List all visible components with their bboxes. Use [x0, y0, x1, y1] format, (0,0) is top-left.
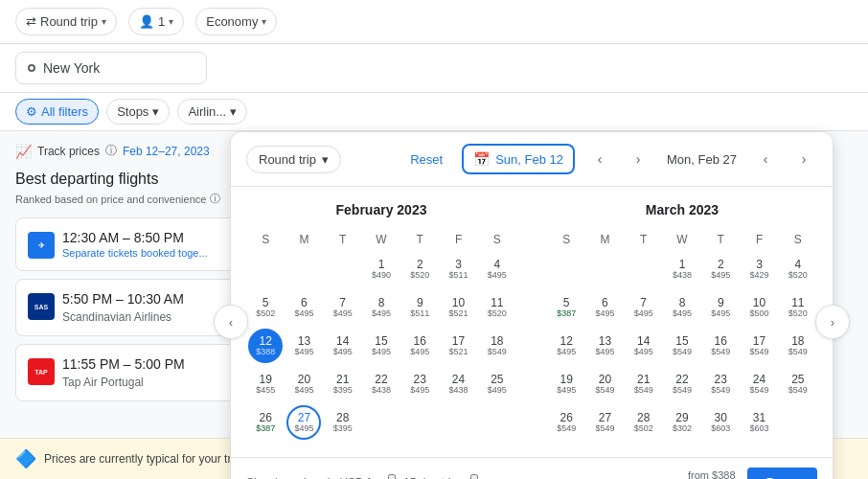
return-prev-btn[interactable]: ‹ [752, 146, 779, 172]
cal-day-feb-25[interactable]: 25$495 [480, 367, 514, 401]
cal-nav-left-btn[interactable]: ‹ [214, 305, 248, 339]
day-price: $387 [256, 424, 275, 433]
trip-type-btn[interactable]: ⇄ Round trip ▾ [15, 8, 117, 35]
trend-icon: 📈 [15, 144, 32, 159]
cal-day-mar-26[interactable]: 26$549 [549, 405, 583, 440]
cal-day-mar-9[interactable]: 9$495 [703, 290, 738, 325]
stops-btn[interactable]: Stops ▾ [106, 99, 170, 125]
cal-day-feb-9[interactable]: 9$511 [402, 290, 437, 325]
cal-day-mar-29[interactable]: 29$302 [665, 405, 699, 440]
cal-day-feb-11[interactable]: 11$520 [480, 290, 514, 325]
main-content: 📈 Track prices ⓘ Feb 12–27, 2023 Best de… [0, 131, 868, 421]
depart-next-btn[interactable]: › [625, 146, 651, 172]
day-num: 16 [715, 335, 727, 347]
cal-roundtrip-btn[interactable]: Round trip ▾ [246, 146, 341, 173]
passengers-btn[interactable]: 👤 1 ▾ [128, 8, 184, 35]
cal-day-mar-12[interactable]: 12$495 [549, 329, 583, 363]
cal-day-feb-13[interactable]: 13$495 [286, 329, 321, 363]
cal-day-mar-1[interactable]: 1$438 [665, 252, 699, 286]
prices-bar-text: Prices are currently typical for your tr… [44, 452, 243, 466]
cal-day-feb-26[interactable]: 26$387 [248, 405, 283, 440]
cal-day-mar-17[interactable]: 17$549 [742, 329, 777, 363]
cal-reset-btn[interactable]: Reset [410, 152, 443, 167]
cal-day-feb-2[interactable]: 2$520 [402, 252, 437, 286]
cal-day-feb-21[interactable]: 21$395 [326, 367, 360, 401]
cal-day-mar-6[interactable]: 6$495 [587, 290, 622, 325]
cal-day-mar-5[interactable]: 5$387 [549, 290, 583, 325]
cal-day-mar-21[interactable]: 21$549 [627, 367, 661, 401]
cal-day-feb-20[interactable]: 20$495 [286, 367, 321, 401]
cal-day-feb-4[interactable]: 4$495 [480, 252, 514, 286]
cal-day-mar-16[interactable]: 16$549 [703, 329, 738, 363]
cal-day-mar-25[interactable]: 25$549 [781, 367, 815, 401]
cal-day-mar-11[interactable]: 11$520 [781, 290, 815, 325]
calendars-container: ‹ February 2023 SMTWTFS 1$4902$5203$5114… [231, 187, 833, 457]
cal-day-feb-8[interactable]: 8$495 [364, 290, 399, 325]
day-num: 21 [336, 374, 349, 385]
day-price: $495 [372, 309, 391, 318]
day-num: 23 [414, 374, 426, 385]
trip-days-nav-next[interactable]: › [470, 474, 478, 479]
cal-day-mar-15[interactable]: 15$549 [665, 329, 699, 363]
sliders-icon: ⚙ [26, 104, 37, 119]
cal-day-feb-18[interactable]: 18$549 [480, 329, 514, 363]
cal-day-mar-3[interactable]: 3$429 [742, 252, 777, 286]
mar-grid: SMTWTFS 1$4382$4953$4294$5205$3876$4957$… [547, 229, 817, 442]
done-btn[interactable]: Done [747, 468, 817, 479]
cal-day-mar-28[interactable]: 28$502 [627, 405, 661, 440]
search-bar: New York [0, 44, 868, 93]
day-price: $495 [595, 309, 614, 318]
cal-day-feb-19[interactable]: 19$455 [248, 367, 283, 401]
cal-day-feb-23[interactable]: 23$495 [402, 367, 437, 401]
cal-day-feb-12[interactable]: 12$388 [248, 329, 283, 363]
round-trip-price: from $388 round trip price [636, 469, 735, 479]
cal-day-feb-15[interactable]: 15$495 [364, 329, 399, 363]
cal-day-mar-19[interactable]: 19$495 [549, 367, 583, 401]
day-price: $495 [294, 386, 313, 395]
cal-day-mar-31[interactable]: 31$603 [742, 405, 777, 440]
cal-day-mar-20[interactable]: 20$549 [587, 367, 622, 401]
origin-input[interactable]: New York [15, 52, 207, 84]
cal-day-mar-8[interactable]: 8$495 [665, 290, 699, 325]
depart-date-pill[interactable]: 📅 Sun, Feb 12 [462, 144, 575, 174]
trip-days-nav-prev[interactable]: ‹ [388, 474, 396, 479]
cal-day-mar-10[interactable]: 10$500 [742, 290, 777, 325]
day-num: 22 [375, 374, 387, 385]
depart-prev-btn[interactable]: ‹ [586, 146, 613, 172]
day-price: $511 [449, 271, 468, 280]
cal-day-mar-7[interactable]: 7$495 [627, 290, 661, 325]
all-filters-btn[interactable]: ⚙ All filters [15, 99, 99, 125]
cal-nav-right-btn[interactable]: › [815, 305, 850, 339]
cal-day-mar-18[interactable]: 18$549 [781, 329, 815, 363]
cal-day-mar-13[interactable]: 13$495 [587, 329, 622, 363]
cal-day-feb-17[interactable]: 17$521 [442, 329, 476, 363]
day-price: $549 [788, 386, 808, 395]
cal-day-feb-1[interactable]: 1$490 [364, 252, 399, 286]
cal-day-feb-6[interactable]: 6$495 [286, 290, 321, 325]
calendar-overlay: Round trip ▾ Reset 📅 Sun, Feb 12 ‹ › Mon… [230, 131, 834, 479]
class-btn[interactable]: Economy ▾ [195, 8, 277, 35]
cal-day-mar-30[interactable]: 30$603 [703, 405, 738, 440]
day-num: 8 [679, 297, 686, 308]
day-num: 14 [336, 335, 349, 347]
cal-day-feb-27[interactable]: 27$495 [286, 405, 321, 440]
cal-day-mar-22[interactable]: 22$549 [665, 367, 699, 401]
cal-day-feb-14[interactable]: 14$495 [326, 329, 360, 363]
cal-day-feb-7[interactable]: 7$495 [326, 290, 360, 325]
cal-day-feb-24[interactable]: 24$438 [442, 367, 476, 401]
airlines-btn[interactable]: Airlin... ▾ [177, 99, 247, 125]
cal-day-feb-10[interactable]: 10$521 [442, 290, 476, 325]
cal-day-mar-2[interactable]: 2$495 [703, 252, 738, 286]
return-next-btn[interactable]: › [790, 146, 817, 172]
cal-day-mar-4[interactable]: 4$520 [781, 252, 815, 286]
cal-day-mar-23[interactable]: 23$549 [703, 367, 738, 401]
cal-day-feb-5[interactable]: 5$502 [248, 290, 283, 325]
day-num: 19 [560, 374, 572, 385]
cal-day-mar-24[interactable]: 24$549 [742, 367, 777, 401]
cal-day-mar-14[interactable]: 14$495 [627, 329, 661, 363]
cal-day-feb-16[interactable]: 16$495 [402, 329, 437, 363]
cal-day-mar-27[interactable]: 27$549 [587, 405, 622, 440]
cal-day-feb-22[interactable]: 22$438 [364, 367, 399, 401]
cal-day-feb-3[interactable]: 3$511 [442, 252, 476, 286]
cal-day-feb-28[interactable]: 28$395 [326, 405, 360, 440]
